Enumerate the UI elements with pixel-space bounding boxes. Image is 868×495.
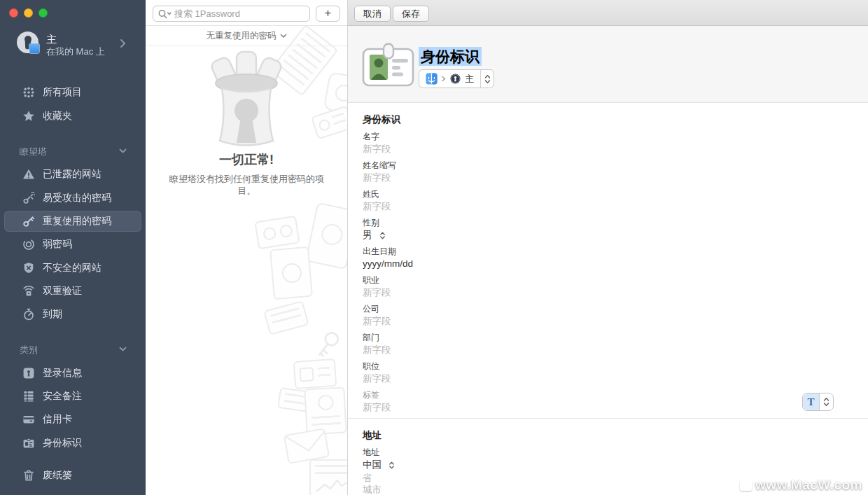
sidebar-item-label: 身份标识	[43, 437, 82, 449]
field-tags: 标签 新字段	[363, 389, 628, 414]
sidebar-item-all-items[interactable]: 所有项目	[22, 84, 82, 101]
field-input[interactable]: 新字段	[363, 372, 628, 386]
identity-card-icon	[22, 437, 35, 449]
sidebar-item-label: 安全备注	[43, 390, 82, 403]
illustration-note-card	[263, 300, 309, 335]
field-first-name: 名字 新字段	[363, 131, 628, 156]
field-job-title: 职位 新字段	[363, 361, 628, 386]
sidebar-item-expiring[interactable]: 到期	[22, 306, 62, 323]
window-zoom-button[interactable]	[38, 8, 48, 18]
key-icon	[22, 215, 35, 228]
add-item-button[interactable]: +	[316, 6, 340, 22]
vault-stepper[interactable]	[481, 74, 493, 85]
onepassword-vault-icon	[450, 74, 461, 84]
empty-state-title: 一切正常!	[146, 151, 347, 168]
field-occupation: 职业 新字段	[363, 274, 628, 300]
chevron-down-icon[interactable]	[119, 347, 127, 352]
sidebar-item-vulnerable-passwords[interactable]: 易受攻击的密码	[22, 190, 111, 207]
chevron-down-icon[interactable]	[119, 148, 127, 154]
item-detail-panel: 取消 保存 身份标识 主 身份标识 名字	[348, 0, 868, 495]
address-section: 地址 地址 中国 省 城市	[348, 419, 628, 495]
list-filter-header[interactable]: 无重复使用的密码	[146, 26, 347, 46]
sidebar-item-secure-notes[interactable]: 安全备注	[22, 388, 82, 405]
field-input[interactable]: 新字段	[363, 171, 628, 185]
search-icon	[158, 9, 173, 20]
sidebar-section-categories[interactable]: 类别	[20, 344, 38, 356]
country-select[interactable]: 中国	[363, 458, 628, 472]
save-button[interactable]: 保存	[393, 6, 429, 22]
city-input[interactable]: 城市	[363, 484, 628, 495]
field-department: 部门 新字段	[363, 332, 628, 357]
item-header: 身份标识 主	[348, 26, 868, 103]
sidebar-item-label: 废纸篓	[43, 469, 72, 482]
identity-card-large-icon	[362, 43, 415, 88]
field-last-name: 姓氏 新字段	[363, 188, 628, 214]
field-input[interactable]: 新字段	[363, 343, 628, 357]
stepper-icon[interactable]	[388, 461, 395, 470]
field-type-control[interactable]: T	[802, 393, 834, 411]
illustration-certificate	[304, 387, 346, 435]
sidebar-section-watchtower[interactable]: 瞭望塔	[20, 146, 47, 158]
weak-ring-icon	[22, 238, 35, 251]
text-type-button[interactable]: T	[803, 393, 820, 410]
sidebar-item-label: 不安全的网站	[43, 262, 102, 274]
warning-triangle-icon	[22, 168, 35, 181]
identity-fields-section: 身份标识 名字 新字段 姓名缩写 新字段 姓氏 新字段 性别 男 出生日期 yy…	[348, 103, 628, 418]
watermark-text: www.MacW.com	[755, 477, 862, 493]
illustration-chart-doc	[309, 459, 348, 495]
field-select[interactable]: 男	[363, 228, 628, 242]
edit-toolbar: 取消 保存	[348, 0, 868, 26]
stopwatch-icon	[22, 308, 35, 321]
sidebar-item-compromised-sites[interactable]: 已泄露的网站	[22, 166, 102, 183]
chevron-down-icon	[280, 34, 287, 39]
section-heading: 身份标识	[363, 114, 628, 125]
two-factor-lock-icon	[22, 285, 35, 298]
secure-note-icon	[22, 390, 35, 403]
account-name: 主	[46, 33, 57, 46]
field-input[interactable]: 新字段	[363, 142, 628, 156]
trash-icon	[22, 469, 35, 482]
vault-selector[interactable]: 主	[419, 69, 494, 88]
sidebar-item-weak-passwords[interactable]: 弱密码	[22, 236, 72, 253]
sidebar-item-label: 弱密码	[43, 238, 72, 251]
item-title-input[interactable]: 身份标识	[419, 47, 482, 66]
stepper-icon[interactable]	[379, 231, 386, 240]
province-input[interactable]: 省	[363, 472, 628, 484]
window-minimize-button[interactable]	[24, 8, 33, 18]
sidebar-item-reused-passwords[interactable]: 重复使用的密码	[4, 211, 141, 232]
field-sex: 性别 男	[363, 217, 628, 242]
sidebar-item-logins[interactable]: 登录信息	[22, 365, 82, 382]
field-input[interactable]: 新字段	[363, 286, 628, 300]
search-input[interactable]	[174, 6, 307, 21]
sidebar-item-label: 信用卡	[43, 413, 72, 426]
field-type-stepper[interactable]	[820, 393, 833, 410]
field-input[interactable]: 新字段	[363, 314, 628, 328]
sidebar-item-credit-cards[interactable]: 信用卡	[22, 411, 72, 428]
field-input[interactable]: 新字段	[363, 200, 628, 214]
search-toolbar: +	[146, 0, 347, 26]
sidebar-item-label: 到期	[43, 308, 62, 321]
field-input[interactable]: 新字段	[363, 400, 628, 414]
cancel-button[interactable]: 取消	[354, 6, 391, 22]
sidebar-item-label: 登录信息	[43, 367, 82, 379]
sidebar-item-identities[interactable]: 身份标识	[22, 435, 82, 452]
sidebar-item-two-factor[interactable]: 双重验证	[22, 283, 82, 300]
search-field[interactable]	[153, 6, 310, 22]
sidebar-item-trash[interactable]: 废纸篓	[22, 467, 72, 484]
all-items-grid-icon	[22, 86, 35, 99]
sidebar-item-unsecured-sites[interactable]: 不安全的网站	[22, 260, 102, 277]
illustration-passport	[305, 202, 348, 270]
window-close-button[interactable]	[9, 8, 18, 18]
field-input[interactable]: yyyy/mm/dd	[363, 257, 628, 271]
account-subtitle: 在我的 Mac 上	[46, 46, 105, 58]
illustration-booklet	[270, 246, 313, 300]
field-initial: 姓名缩写 新字段	[363, 160, 628, 185]
sidebar-item-favorites[interactable]: 收藏夹	[22, 108, 72, 125]
illustration-id-card	[311, 105, 348, 139]
sidebar-item-label: 已泄露的网站	[43, 168, 102, 181]
site-watermark: www.MacW.com	[740, 477, 862, 493]
sidebar-item-label: 双重验证	[43, 285, 82, 298]
sidebar-item-label: 收藏夹	[43, 110, 72, 123]
shield-x-icon	[22, 262, 35, 274]
credit-card-icon	[22, 413, 35, 426]
